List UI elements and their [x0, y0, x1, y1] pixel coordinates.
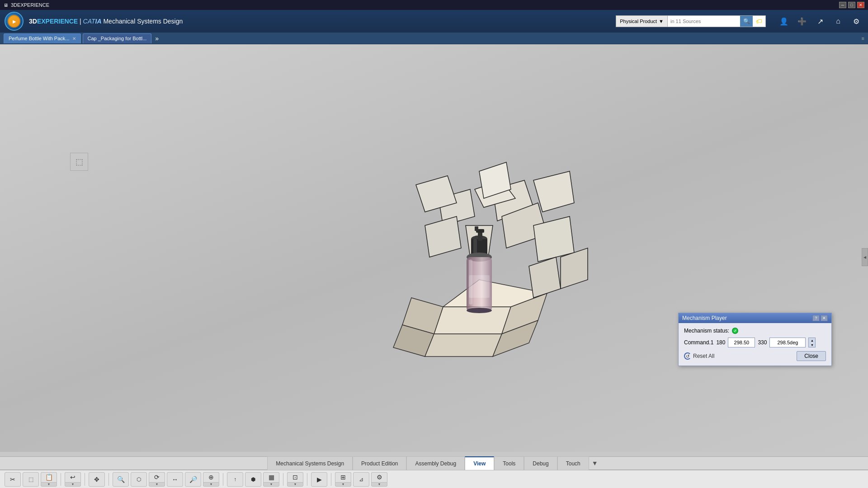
zoom-button[interactable]: 🔎 [185, 472, 201, 487]
tab-label: Debug [533, 460, 548, 467]
display-mode-main[interactable]: ▦ [263, 472, 279, 482]
paste-main[interactable]: 📋 [41, 472, 57, 482]
mechanism-status-indicator [732, 328, 738, 334]
toolbar-separator-7 [331, 473, 331, 486]
mechanism-status-row: Mechanism status: [684, 328, 826, 334]
tab-tools[interactable]: Tools [494, 456, 524, 470]
tab-debug[interactable]: Debug [524, 456, 557, 470]
tab-perfume-bottle[interactable]: Perfume Bottle With Pack... ✕ [4, 33, 81, 43]
solid-button[interactable]: ⬢ [245, 472, 261, 487]
right-panel-toggle[interactable]: ◀ [862, 248, 868, 266]
zoom-fit-main[interactable]: ⊕ [203, 472, 219, 482]
toolbar-separator-3 [108, 473, 109, 486]
section-icon: ⊡ [292, 474, 298, 481]
misc-button[interactable]: ⚙ ▼ [371, 472, 387, 487]
play-button[interactable] [8, 15, 20, 28]
close-button[interactable]: ✕ [857, 2, 864, 8]
rotate-tool-button[interactable]: ⟳ ▼ [149, 472, 165, 487]
add-button[interactable]: ➕ [795, 14, 809, 28]
spinner-down[interactable]: ▼ [809, 343, 815, 347]
tab-mechanical-systems[interactable]: Mechanical Systems Design [267, 456, 353, 470]
3d-shape-button[interactable]: ⬡ [131, 472, 147, 487]
tab-view[interactable]: View [465, 456, 494, 470]
search-button[interactable]: 🔍 [740, 16, 753, 27]
axis-icon: ↑ [234, 476, 236, 483]
window-controls[interactable]: ─ □ ✕ [839, 2, 864, 8]
spinner-up[interactable]: ▲ [809, 338, 815, 343]
undo-dropdown-arrow[interactable]: ▼ [65, 482, 81, 487]
svg-point-29 [467, 308, 492, 313]
rotate-dropdown-arrow[interactable]: ▼ [149, 482, 165, 487]
tag-button[interactable]: 🏷 [753, 16, 765, 27]
copy-tool-button[interactable]: ⬚ [23, 472, 39, 487]
mechanism-player-titlebar[interactable]: Mechanism Player ? ✕ [679, 313, 831, 323]
profile-button[interactable]: 👤 [777, 14, 791, 28]
translate-button[interactable]: ↔ [167, 472, 183, 487]
axis-button[interactable]: ↑ [227, 472, 243, 487]
search-zoom-button[interactable]: 🔍 [113, 472, 129, 487]
document-tabbar: Perfume Bottle With Pack... ✕ Cap _Packa… [0, 33, 868, 44]
svg-rect-30 [469, 259, 472, 305]
product-name: Mechanical Systems Design [103, 18, 183, 25]
tab-close-button[interactable]: ✕ [72, 36, 76, 41]
compass-logo[interactable] [5, 12, 24, 31]
mechanism-player-window-controls[interactable]: ? ✕ [812, 315, 828, 321]
display-mode-dropdown-arrow[interactable]: ▼ [263, 482, 279, 487]
paste-dropdown-arrow[interactable]: ▼ [41, 482, 57, 487]
mp-close-button[interactable]: ✕ [821, 315, 828, 321]
multiview-button[interactable]: ⊞ ▼ [335, 472, 351, 487]
search-bar[interactable]: Physical Product ▼ 🔍 🏷 [616, 15, 766, 27]
select-tool-button[interactable]: ✥ [89, 472, 105, 487]
settings-button[interactable]: ⚙ [849, 14, 863, 28]
section-dropdown-arrow[interactable]: ▼ [287, 482, 303, 487]
degree-value-input[interactable] [769, 338, 806, 347]
search-input[interactable] [668, 19, 740, 24]
mp-help-button[interactable]: ? [812, 315, 820, 321]
cut-tool-button[interactable]: ✂ [5, 472, 21, 487]
tab-touch[interactable]: Touch [557, 456, 589, 470]
3d-model-view [366, 135, 592, 361]
snap-button[interactable]: ⊿ [353, 472, 369, 487]
undo-main[interactable]: ↩ [65, 472, 81, 482]
tab-label: Perfume Bottle With Pack... [9, 36, 70, 41]
rotate-main[interactable]: ⟳ [149, 472, 165, 482]
model-svg [366, 135, 592, 361]
home-button[interactable]: ⌂ [831, 14, 845, 28]
paste-tool-button[interactable]: 📋 ▼ [41, 472, 57, 487]
zoom-fit-button[interactable]: ⊕ ▼ [203, 472, 219, 487]
toolbar-separator-2 [85, 473, 85, 486]
command-value-input[interactable] [728, 338, 755, 347]
svg-rect-25 [475, 226, 478, 231]
bottom-tab-more-button[interactable]: ▼ [589, 456, 601, 470]
misc-icon: ⚙ [377, 474, 382, 481]
tab-overflow-button[interactable]: » [155, 35, 159, 42]
degree-spinner[interactable]: ▲ ▼ [808, 338, 816, 347]
command-max: 330 [758, 339, 767, 346]
maximize-button[interactable]: □ [848, 2, 855, 8]
display-mode-icon: ▦ [269, 474, 274, 481]
mechanism-player-title: Mechanism Player [682, 315, 727, 321]
viewport-corner-widget: ⬚ [70, 153, 88, 171]
misc-main[interactable]: ⚙ [371, 472, 387, 482]
minimize-button[interactable]: ─ [839, 2, 846, 8]
multiview-dropdown-arrow[interactable]: ▼ [335, 482, 351, 487]
section-button[interactable]: ⊡ ▼ [287, 472, 303, 487]
reset-all-button[interactable]: ↺ Reset All [684, 352, 714, 360]
zoom-fit-dropdown-arrow[interactable]: ▼ [203, 482, 219, 487]
display-mode-button[interactable]: ▦ ▼ [263, 472, 279, 487]
catia-label: CAT [83, 18, 95, 25]
close-dialog-button[interactable]: Close [797, 351, 826, 361]
tab-product-edition[interactable]: Product Edition [353, 456, 406, 470]
header-right-icons: 👤 ➕ ↗ ⌂ ⚙ [777, 14, 863, 28]
search-type-dropdown[interactable]: Physical Product ▼ [616, 16, 668, 27]
command-label: Command.1 [684, 339, 713, 346]
misc-dropdown-arrow[interactable]: ▼ [371, 482, 387, 487]
tab-assembly-debug[interactable]: Assembly Debug [406, 456, 465, 470]
animate-button[interactable]: ▶ [311, 472, 327, 487]
multiview-main[interactable]: ⊞ [335, 472, 351, 482]
undo-tool-button[interactable]: ↩ ▼ [65, 472, 81, 487]
section-main[interactable]: ⊡ [287, 472, 303, 482]
tab-cap-packaging[interactable]: Cap _Packaging for Bottl... [83, 33, 152, 43]
share-button[interactable]: ↗ [813, 14, 827, 28]
title-bar: 🖥 3DEXPERIENCE ─ □ ✕ [0, 0, 868, 10]
